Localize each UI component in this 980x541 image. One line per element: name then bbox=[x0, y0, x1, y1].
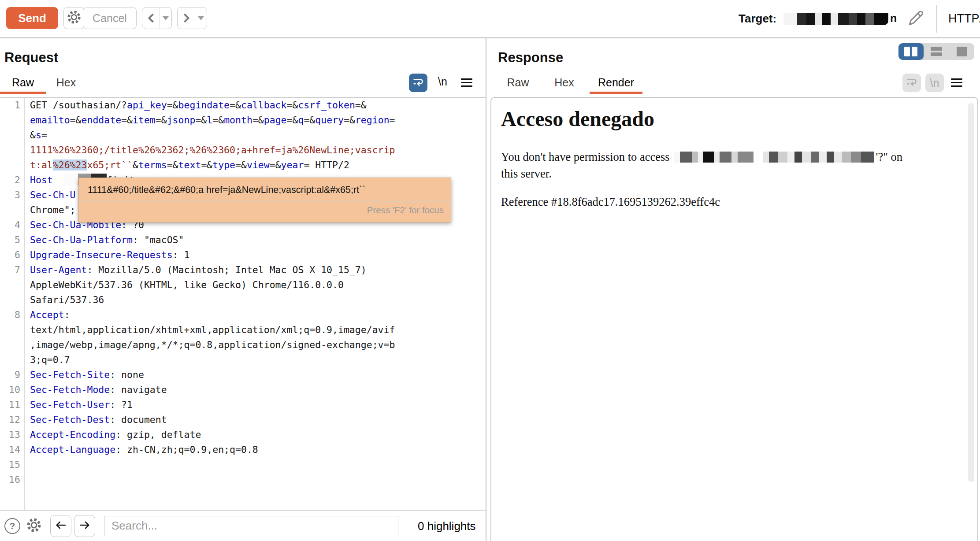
send-settings-button[interactable] bbox=[63, 7, 85, 29]
layout-rows-button[interactable] bbox=[924, 43, 949, 60]
render-reference: Reference #18.8f6adc17.1695139262.39effc… bbox=[501, 195, 977, 209]
search-next-button[interactable] bbox=[74, 515, 95, 537]
target-host-suffix: n bbox=[890, 12, 897, 25]
response-title: Response bbox=[498, 50, 563, 66]
code-row: emailto=&enddate=&item=&jsonp=&l=&month=… bbox=[0, 113, 482, 128]
code-row: 1111%26%2360;/title%26%2362;%26%2360;a+h… bbox=[0, 143, 482, 158]
response-tab-render[interactable]: Render bbox=[590, 73, 642, 92]
code-row: text/html,application/xhtml+xml,applicat… bbox=[0, 322, 482, 337]
question-mark-icon: ? bbox=[10, 521, 15, 531]
layout-columns-button[interactable] bbox=[898, 43, 924, 60]
gear-icon bbox=[26, 527, 42, 535]
history-back-button[interactable] bbox=[142, 7, 172, 29]
response-render-view: Acceso denegado You don't have permissio… bbox=[490, 97, 978, 541]
target-label: Target: bbox=[739, 12, 776, 26]
response-menu-button[interactable] bbox=[951, 76, 962, 89]
toolbar-divider bbox=[936, 5, 937, 33]
code-row: ,image/webp,image/apng,*/*;q=0.8,applica… bbox=[0, 337, 482, 352]
newline-icon: \n bbox=[438, 75, 447, 88]
help-button[interactable]: ? bbox=[4, 518, 20, 534]
code-row: &s= bbox=[0, 128, 482, 143]
request-editor-code: 1GET /southasian/?api_key=&begindate=&ca… bbox=[0, 98, 482, 487]
search-input[interactable] bbox=[104, 516, 398, 536]
chevron-down-icon bbox=[163, 16, 169, 20]
cancel-button[interactable]: Cancel bbox=[83, 7, 137, 29]
request-tab-raw[interactable]: Raw bbox=[0, 73, 46, 92]
render-body: You don't have permission to access'?" o… bbox=[501, 148, 964, 182]
request-search-bar: ? 0 highlights bbox=[0, 510, 486, 541]
code-row: 9Sec-Fetch-Site: none bbox=[0, 367, 482, 382]
gear-icon bbox=[66, 9, 82, 27]
decoded-value-text: 1111&#60;/title&#62;&#60;a href=ja&NewLi… bbox=[79, 178, 451, 196]
code-row: 6Upgrade-Insecure-Requests: 1 bbox=[0, 248, 482, 263]
code-row: 10Sec-Fetch-Mode: navigate bbox=[0, 382, 482, 397]
code-row: 12Sec-Fetch-Dest: document bbox=[0, 412, 482, 427]
decoded-value-tooltip: 1111&#60;/title&#62;&#60;a href=ja&NewLi… bbox=[78, 178, 451, 222]
code-row: 13Accept-Encoding: gzip, deflate bbox=[0, 427, 482, 442]
response-tab-hex[interactable]: Hex bbox=[543, 73, 585, 92]
code-row: 1GET /southasian/?api_key=&begindate=&ca… bbox=[0, 98, 482, 113]
word-wrap-icon bbox=[412, 76, 424, 90]
rows-layout-icon bbox=[931, 47, 942, 56]
target-host-redacted bbox=[783, 13, 888, 25]
history-forward-dropdown[interactable] bbox=[195, 7, 207, 29]
protocol-label: HTTP/2 bbox=[948, 12, 980, 26]
code-row: 11Sec-Fetch-User: ?1 bbox=[0, 397, 482, 412]
word-wrap-icon bbox=[906, 76, 918, 90]
top-toolbar: Send Cancel Target: n bbox=[0, 0, 980, 38]
code-row: Safari/537.36 bbox=[0, 293, 482, 308]
hamburger-icon bbox=[951, 78, 962, 80]
response-tab-raw[interactable]: Raw bbox=[497, 73, 539, 92]
chevron-down-icon bbox=[198, 16, 204, 20]
request-editor[interactable]: 1GET /southasian/?api_key=&begindate=&ca… bbox=[0, 98, 482, 510]
code-row: 15 bbox=[0, 457, 482, 472]
layout-single-button[interactable] bbox=[949, 43, 974, 60]
request-panel: Request Raw Hex \n 1GET /southasian/?api… bbox=[0, 38, 486, 541]
code-row: 16 bbox=[0, 472, 482, 487]
chevron-left-icon[interactable] bbox=[142, 7, 160, 29]
search-previous-button[interactable] bbox=[50, 515, 71, 537]
send-button[interactable]: Send bbox=[6, 7, 58, 29]
code-row: AppleWebKit/537.36 (KHTML, like Gecko) C… bbox=[0, 278, 482, 293]
highlights-count: 0 highlights bbox=[418, 519, 476, 533]
code-row: 7User-Agent: Mozilla/5.0 (Macintosh; Int… bbox=[0, 263, 482, 278]
history-back-dropdown[interactable] bbox=[160, 7, 171, 29]
hamburger-icon bbox=[461, 78, 472, 80]
code-row: t:al%26%23x65;rt``&terms=&text=&type=&vi… bbox=[0, 158, 482, 173]
chevron-right-icon[interactable] bbox=[178, 7, 195, 29]
render-heading: Acceso denegado bbox=[501, 107, 977, 131]
response-panel: Response Raw Hex Render \n bbox=[486, 38, 980, 541]
show-newlines-toggle[interactable]: \n bbox=[438, 75, 447, 88]
columns-layout-icon bbox=[904, 47, 910, 56]
response-show-newlines-toggle: \n bbox=[925, 74, 944, 92]
pencil-icon bbox=[906, 22, 925, 30]
request-tab-hex[interactable]: Hex bbox=[46, 73, 86, 92]
single-layout-icon bbox=[957, 47, 967, 56]
word-wrap-toggle[interactable] bbox=[409, 74, 427, 92]
redacted-path-2 bbox=[763, 152, 874, 163]
newline-icon: \n bbox=[930, 77, 939, 89]
response-word-wrap-toggle bbox=[902, 74, 921, 92]
response-scrollbar[interactable] bbox=[968, 103, 974, 482]
request-tabs: Raw Hex bbox=[0, 73, 86, 92]
request-menu-button[interactable] bbox=[461, 76, 472, 89]
code-row: 3;q=0.7 bbox=[0, 352, 482, 367]
request-title: Request bbox=[4, 50, 58, 66]
code-row: 14Accept-Language: zh-CN,zh;q=0.9,en;q=0… bbox=[0, 442, 482, 457]
redacted-path-1 bbox=[674, 152, 754, 163]
response-tabs: Raw Hex Render bbox=[497, 73, 642, 92]
tooltip-focus-hint: Press 'F2' for focus bbox=[79, 202, 451, 215]
code-row: 8Accept: bbox=[0, 308, 482, 322]
arrow-left-icon bbox=[55, 519, 67, 533]
code-row: 5Sec-Ch-Ua-Platform: "macOS" bbox=[0, 233, 482, 248]
arrow-right-icon bbox=[79, 519, 90, 533]
layout-toggle-group bbox=[898, 43, 974, 60]
history-forward-button[interactable] bbox=[177, 7, 207, 29]
edit-target-button[interactable] bbox=[906, 9, 925, 30]
search-settings-button[interactable] bbox=[26, 517, 42, 535]
